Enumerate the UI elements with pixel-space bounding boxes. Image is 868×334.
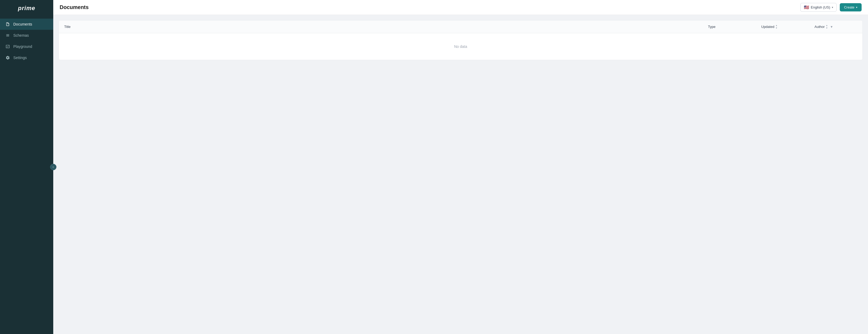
documents-table: Title Type Updated ▲ ▼ Author ▲ ▼ bbox=[59, 20, 863, 60]
language-flag: 🇺🇸 bbox=[804, 5, 809, 10]
create-button[interactable]: Create ▾ bbox=[840, 3, 862, 11]
sort-up-icon: ▲ bbox=[775, 24, 777, 27]
settings-icon bbox=[5, 55, 10, 60]
schema-icon bbox=[5, 33, 10, 38]
content-area: Title Type Updated ▲ ▼ Author ▲ ▼ bbox=[53, 15, 868, 334]
page-title: Documents bbox=[60, 4, 89, 10]
updated-sort-icons[interactable]: ▲ ▼ bbox=[775, 24, 777, 29]
author-filter-icon[interactable]: ▼ bbox=[830, 25, 833, 29]
column-title: Title bbox=[64, 24, 708, 29]
column-author-label: Author bbox=[814, 25, 825, 29]
column-author[interactable]: Author ▲ ▼ ▼ bbox=[814, 24, 857, 29]
column-type-label: Type bbox=[708, 25, 715, 29]
language-selector-button[interactable]: 🇺🇸 English (US) ▾ bbox=[800, 3, 837, 12]
table-body: No data bbox=[59, 33, 862, 60]
document-icon bbox=[5, 22, 10, 27]
sort-down-icon: ▼ bbox=[775, 27, 777, 29]
sidebar-item-documents[interactable]: Documents bbox=[0, 19, 53, 30]
sidebar-item-settings[interactable]: Settings bbox=[0, 52, 53, 63]
header-actions: 🇺🇸 English (US) ▾ Create ▾ bbox=[800, 3, 862, 12]
create-button-label: Create bbox=[844, 5, 855, 9]
language-chevron-icon: ▾ bbox=[832, 6, 833, 9]
column-updated-label: Updated bbox=[761, 25, 774, 29]
column-updated[interactable]: Updated ▲ ▼ bbox=[761, 24, 814, 29]
create-chevron-icon: ▾ bbox=[856, 6, 857, 9]
author-sort-down-icon: ▼ bbox=[826, 27, 828, 29]
app-logo: prime bbox=[0, 0, 53, 16]
sidebar-item-playground-label: Playground bbox=[13, 44, 32, 49]
author-sort-up-icon: ▲ bbox=[826, 24, 828, 27]
playground-icon bbox=[5, 44, 10, 49]
main-content: Documents 🇺🇸 English (US) ▾ Create ▾ Tit… bbox=[53, 0, 868, 334]
sidebar-item-documents-label: Documents bbox=[13, 22, 32, 26]
sidebar: prime Documents Schemas bbox=[0, 0, 53, 334]
author-sort-icons[interactable]: ▲ ▼ bbox=[826, 24, 828, 29]
sidebar-collapse-button[interactable]: < bbox=[50, 164, 57, 170]
sidebar-item-schemas-label: Schemas bbox=[13, 33, 29, 37]
language-label: English (US) bbox=[811, 5, 830, 9]
no-data-message: No data bbox=[443, 34, 478, 59]
page-header: Documents 🇺🇸 English (US) ▾ Create ▾ bbox=[53, 0, 868, 15]
sidebar-item-playground[interactable]: Playground bbox=[0, 41, 53, 52]
column-type: Type bbox=[708, 24, 761, 29]
sidebar-item-schemas[interactable]: Schemas bbox=[0, 30, 53, 41]
column-title-label: Title bbox=[64, 25, 70, 29]
sidebar-nav: Documents Schemas Playground bbox=[0, 16, 53, 63]
sidebar-item-settings-label: Settings bbox=[13, 56, 27, 60]
table-header: Title Type Updated ▲ ▼ Author ▲ ▼ bbox=[59, 21, 862, 33]
